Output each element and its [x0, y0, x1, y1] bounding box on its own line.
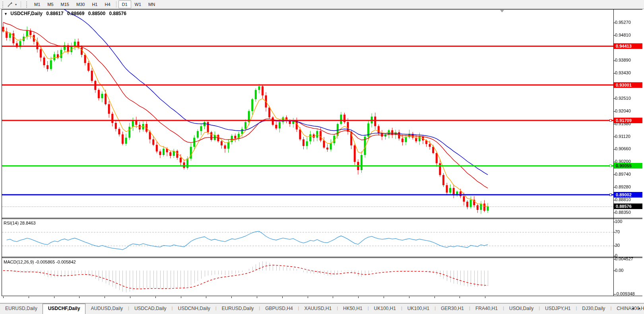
toolbar-drag-handle[interactable]	[2, 2, 4, 8]
rsi-indicator-label: RSI(14) 28.8463	[4, 221, 36, 225]
price-tick-label: 0.88810	[615, 197, 631, 202]
symbol-tab-usdchf-daily[interactable]: USDCHF,Daily	[43, 304, 86, 314]
price-tick-label: 0.94810	[615, 33, 631, 37]
macd-indicator-label: MACD(12,26,9) -0.005865 -0.005842	[4, 260, 76, 264]
low-value: 0.88500	[88, 11, 105, 16]
symbol-tab-uk100-h1[interactable]: UK100,H1	[369, 304, 401, 314]
symbol-tab-eurusd-daily[interactable]: EURUSD,Daily	[0, 304, 43, 314]
crosshair-tool-icon[interactable]	[7, 1, 13, 8]
timeframe-button-m1[interactable]: M1	[31, 0, 44, 8]
rsi-tick-label: 100	[615, 219, 622, 224]
chart-ohlc-header: ▼ USDCHF,Daily 0.88617 0.88669 0.88500 0…	[4, 11, 129, 16]
price-tick-label: 0.88350	[615, 210, 631, 215]
symbol-tab-usdcnh-daily[interactable]: USDCNH,Daily	[173, 304, 215, 314]
close-value: 0.88576	[109, 11, 126, 16]
timeframe-button-mn[interactable]: MN	[145, 0, 159, 8]
symbol-tab-eurusd-daily[interactable]: EURUSD,Daily	[217, 304, 259, 314]
symbol-tabbar: EURUSD,DailyUSDCHF,DailyAUDUSD,Daily|USD…	[0, 303, 644, 314]
timeframe-button-h1[interactable]: H1	[88, 0, 101, 8]
tab-scroll-right-icon[interactable]: ▸	[638, 306, 641, 311]
symbol-tab-gbpusd-h4[interactable]: GBPUSD,H4	[260, 304, 298, 314]
symbol-tab-usdjpy-h1[interactable]: USDJPY,H1	[540, 304, 576, 314]
rsi-tick-label: 70	[615, 229, 620, 234]
toolbar-separator	[116, 1, 116, 8]
price-tick-label: 0.90660	[615, 146, 631, 151]
timeframe-button-m15[interactable]: M15	[57, 0, 73, 8]
rsi-tick-label: 30	[615, 243, 620, 248]
timeframe-button-h4[interactable]: H4	[101, 0, 114, 8]
mt4-terminal: ▾ M1M5M15M30H1H4D1W1MN ▼ USDCHF,Daily 0.…	[0, 0, 644, 314]
chevron-down-icon[interactable]: ▾	[14, 3, 18, 6]
toolbar-separator	[21, 1, 21, 8]
toolbar-drag-handle-2[interactable]	[26, 2, 28, 8]
timeframes-toolbar: ▾ M1M5M15M30H1H4D1W1MN	[0, 0, 644, 9]
current-price-chip: 0.88576	[614, 204, 642, 209]
price-tick-label: 0.89740	[615, 172, 631, 176]
price-tick-label: 0.93890	[615, 58, 631, 62]
price-tick-label: 0.93430	[615, 70, 631, 75]
symbol-tab-uk100-h1[interactable]: UK100,H1	[402, 304, 435, 314]
price-tick-label: 0.95270	[615, 20, 631, 25]
timeframe-button-m5[interactable]: M5	[44, 0, 57, 8]
timeframe-button-m30[interactable]: M30	[73, 0, 88, 8]
open-value: 0.88617	[46, 11, 63, 16]
price-level-chip[interactable]: 0.89002	[614, 192, 642, 198]
price-tick-label: 0.89280	[615, 184, 631, 189]
symbol-tab-fra40-h1[interactable]: FRA40,H1	[470, 304, 503, 314]
price-tick-label: 0.92510	[615, 96, 631, 101]
symbol-period-label: USDCHF,Daily	[10, 11, 43, 16]
symbol-tab-audusd-daily[interactable]: AUDUSD,Daily	[85, 304, 128, 314]
price-level-chip[interactable]: 0.94413	[614, 43, 642, 49]
symbol-tab-hk50-h1[interactable]: HK50,H1	[338, 304, 368, 314]
price-level-chip[interactable]: 0.90055	[614, 163, 642, 169]
price-tick-label: 0.91120	[615, 134, 630, 139]
chart-canvas[interactable]	[0, 0, 644, 303]
timeframe-button-w1[interactable]: W1	[131, 0, 145, 8]
high-value: 0.88669	[67, 11, 84, 16]
price-level-chip[interactable]: 0.93001	[614, 82, 642, 88]
macd-tick-label: -0.009348	[615, 291, 635, 296]
macd-tick-label: 0.00	[615, 268, 623, 273]
symbol-tab-usdcad-daily[interactable]: USDCAD,Daily	[129, 304, 172, 314]
symbol-tab-dj30-daily[interactable]: DJ30,Daily	[577, 304, 610, 314]
price-level-chip[interactable]: 0.91709	[614, 118, 642, 123]
timeframe-button-d1[interactable]: D1	[118, 0, 131, 8]
symbol-tab-xauusd-h1[interactable]: XAUUSD,H1	[299, 304, 337, 314]
timeframe-buttons: M1M5M15M30H1H4D1W1MN	[31, 0, 159, 8]
collapse-ohlc-icon[interactable]: ▼	[4, 12, 8, 16]
symbol-tab-usoil-daily[interactable]: USOil,Daily	[504, 304, 539, 314]
chart-shift-marker[interactable]	[500, 10, 504, 12]
macd-tick-label: 0.004527	[615, 256, 633, 261]
tab-scroll-left-icon[interactable]: ◂	[632, 306, 634, 311]
symbol-tab-ger30-h1[interactable]: GER30,H1	[436, 304, 469, 314]
price-tick-label: 0.92040	[615, 109, 631, 113]
